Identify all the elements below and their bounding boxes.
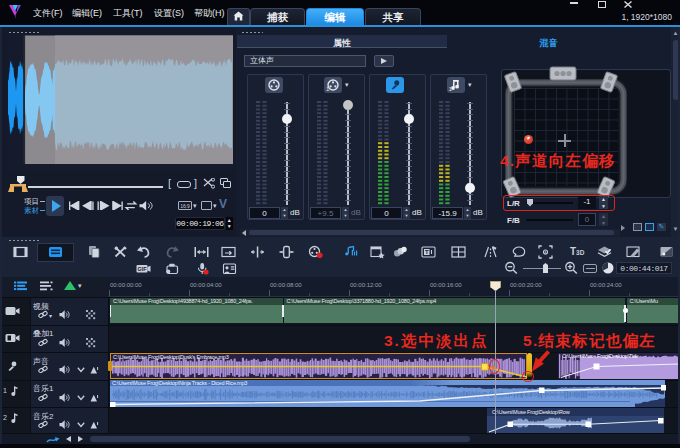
svg-text:T: T (425, 249, 429, 255)
svg-text:GIF: GIF (137, 266, 147, 272)
